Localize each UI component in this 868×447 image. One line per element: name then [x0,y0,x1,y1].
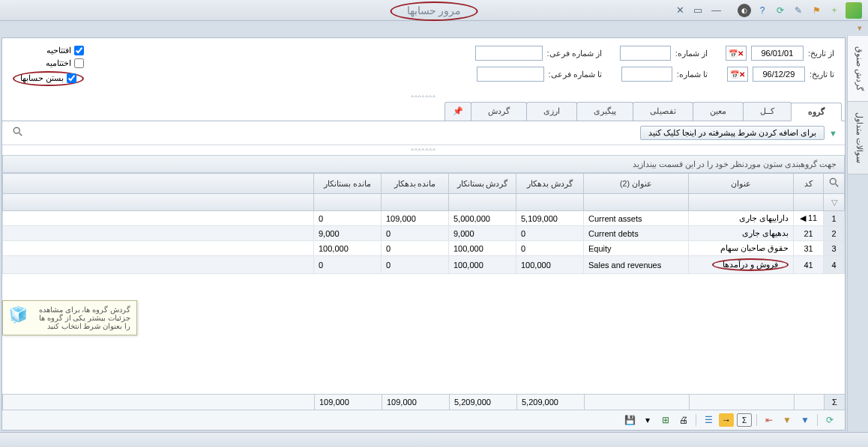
from-sub-input[interactable] [475,46,543,61]
close-button[interactable]: ✕ [676,4,684,16]
filter-row-icon[interactable]: ▽ [824,194,845,211]
splitter-handle[interactable]: ^^^^^^^ [2,92,845,102]
window-title: مرور حسابها [391,1,478,21]
bottom-toolbar: ⟳ ▼ ▼ ⇤ Σ → ☰ 🖨 ⊞ ▾ 💾 [2,410,845,430]
tab-pin[interactable]: 📌 [444,102,471,121]
sub-toolbar: ▾ [0,21,868,36]
edit-icon[interactable]: ✎ [792,4,805,17]
dropdown-icon[interactable]: ▾ [849,23,862,34]
category-tabs: گروه کــل معین تفصیلی پیگیری ارزی گردش 📌 [2,102,845,121]
col-debit-cycle[interactable]: گردش بدهکار [516,174,584,194]
sigma-icon: Σ [824,395,845,410]
from-date-label: از تاریخ: [808,49,834,58]
app-logo-icon [846,2,862,19]
accounts-table: کد عنوان عنوان (2) گردش بدهکار گردش بستا… [2,173,845,274]
advanced-filter-bar: ▼ برای اضافه کردن شرط پیشرفته در اینجا ک… [2,121,845,145]
indent-button[interactable]: ⇤ [762,413,777,427]
minimize-button[interactable]: — [711,4,721,16]
col-code[interactable]: کد [794,174,824,194]
to-sub-label: تا شماره فرعی: [549,70,602,79]
advanced-condition-button[interactable]: برای اضافه کردن شرط پیشرفته در اینجا کلی… [640,126,825,140]
from-num-input[interactable] [620,46,671,61]
print-button[interactable]: 🖨 [676,413,691,427]
add-icon[interactable]: ＋ [828,4,841,17]
filter-panel: از تاریخ: ✕📅 تا تاریخ: ✕📅 از شماره: [2,38,845,92]
from-sub-label: از شماره فرعی: [547,49,602,58]
from-date-input[interactable] [751,46,804,61]
from-num-label: از شماره: [675,49,708,58]
tab-detail[interactable]: تفصیلی [633,102,693,121]
table-row[interactable]: 4 41 فروش و درآمدها Sales and revenues 1… [3,256,845,274]
titlebar: ＋ ⚑ ✎ ⟳ ? ◐ مرور حسابها — ▭ ✕ [0,0,868,21]
disc-icon[interactable]: ◐ [738,4,751,17]
side-tab-cycle[interactable]: گردش صنوق [848,36,868,102]
col-debit-bal[interactable]: مانده بدهکار [382,174,449,194]
to-date-label: تا تاریخ: [810,70,834,79]
col-spacer [3,174,314,194]
svg-line-1 [19,133,22,136]
sigma-button[interactable]: Σ [737,413,752,427]
filter-button[interactable]: ▼ [798,413,813,427]
totals-row: Σ 5,209,000 5,209,000 109,000 109,000 [2,394,845,410]
tab-follow[interactable]: پیگیری [576,102,633,121]
table-row[interactable]: 2 21 بدهیهای جاری Current debts 0 9,000 … [3,226,845,241]
from-date-clear-button[interactable]: ✕📅 [726,46,747,61]
flag-icon[interactable]: ⚑ [810,4,823,17]
table-row[interactable]: 1 ◀ 11 داراییهای جاری Current assets 5,1… [3,211,845,226]
search-icon[interactable] [10,127,23,140]
tab-group[interactable]: گروه [791,103,842,121]
col-title2[interactable]: عنوان (2) [584,174,689,194]
col-credit-cycle[interactable]: گردش بستانکار [449,174,516,194]
refresh-button[interactable]: ⟳ [822,413,837,427]
col-credit-bal[interactable]: مانده بستانکار [314,174,382,194]
cubes-icon: 🧊 [9,305,28,323]
svg-point-0 [13,127,19,133]
save-button[interactable]: 💾 [622,413,637,427]
to-num-input[interactable] [621,67,672,82]
to-date-input[interactable] [753,67,805,82]
help-icon[interactable]: ? [756,4,769,17]
svg-point-2 [830,178,836,184]
filter-funnel-icon: ▼ [829,129,837,138]
close-accounts-checkbox[interactable]: بستن حسابها [20,73,76,83]
search-column-header[interactable] [824,174,845,194]
svg-line-3 [835,184,838,187]
statusbar [0,432,868,447]
maximize-button[interactable]: ▭ [693,4,702,16]
tab-total[interactable]: کــل [743,102,792,121]
splitter-handle-2[interactable]: ^^^^^^^ [2,145,845,155]
arrow-button[interactable]: → [719,413,734,427]
col-title[interactable]: عنوان [689,174,794,194]
excel-button[interactable]: ⊞ [658,413,673,427]
refresh-icon[interactable]: ⟳ [774,4,787,17]
columns-button[interactable]: ☰ [701,413,716,427]
filter2-button[interactable]: ▼ [780,413,795,427]
table-row[interactable]: 3 31 حقوق صاحبان سهام Equity 0 100,000 0… [3,241,845,256]
closing-checkbox[interactable]: اختتامیه [13,58,84,68]
tab-cycle[interactable]: گردش [471,102,527,121]
group-by-hint: جهت گروهبندی ستون موردنظر خود را در این … [2,155,845,173]
opening-checkbox[interactable]: افتتاحیه [13,46,84,55]
side-tab-strip: گردش صنوق سوالات متداول [847,36,868,432]
dropdown-button[interactable]: ▾ [640,413,655,427]
tab-moein[interactable]: معین [693,102,744,121]
to-num-label: تا شماره: [677,70,708,79]
side-tab-faq[interactable]: سوالات متداول [848,102,868,174]
to-date-clear-button[interactable]: ✕📅 [727,67,748,82]
to-sub-input[interactable] [477,67,544,82]
tab-currency[interactable]: ارزی [526,102,577,121]
info-tooltip: گردش گروه ها، برای مشاهده جزئیات بیشتر ی… [2,300,137,335]
